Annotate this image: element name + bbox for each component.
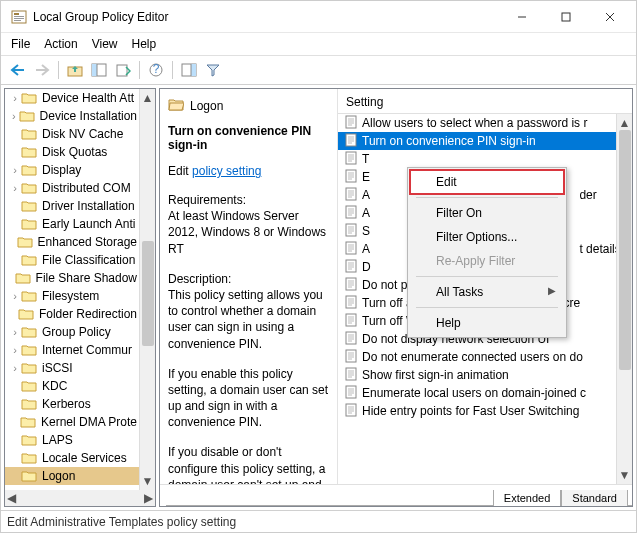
tree-expand-icon[interactable]: ›	[9, 326, 21, 338]
settings-vertical-scrollbar[interactable]: ▲▼	[616, 114, 632, 484]
back-button[interactable]	[7, 59, 29, 81]
description-header: Logon	[190, 99, 223, 113]
folder-icon	[21, 288, 37, 305]
tree-item[interactable]: KDC	[5, 377, 139, 395]
forward-button[interactable]	[31, 59, 53, 81]
context-menu-item[interactable]: Help	[410, 311, 564, 335]
tree-item-label: File Share Shadow	[34, 271, 139, 285]
filter-button[interactable]	[202, 59, 224, 81]
tree-item[interactable]: ›Device Installation	[5, 107, 139, 125]
up-folder-button[interactable]	[64, 59, 86, 81]
tree-item[interactable]: Kerberos	[5, 395, 139, 413]
setting-row[interactable]: Show first sign-in animation	[338, 366, 616, 384]
policy-icon	[344, 313, 362, 330]
policy-setting-link[interactable]: policy setting	[192, 164, 261, 178]
tree-horizontal-scrollbar[interactable]: ◀▶	[5, 490, 155, 506]
minimize-button[interactable]	[500, 2, 544, 32]
tree-item-label: Folder Redirection	[37, 307, 139, 321]
tree-item[interactable]: Logon	[5, 467, 139, 485]
tree[interactable]: ›Device Health Att›Device InstallationDi…	[5, 89, 139, 490]
menu-view[interactable]: View	[92, 37, 118, 51]
tree-expand-icon[interactable]: ›	[9, 344, 21, 356]
svg-rect-59	[346, 260, 356, 272]
tree-expand-icon[interactable]: ›	[9, 290, 21, 302]
folder-icon	[21, 378, 37, 395]
tree-expand-icon[interactable]: ›	[9, 362, 21, 374]
tree-item-label: Locale Services	[40, 451, 129, 465]
tree-item[interactable]: Driver Installation	[5, 197, 139, 215]
description-text: This policy setting allows you to contro…	[168, 287, 329, 352]
tree-item[interactable]: ›Display	[5, 161, 139, 179]
context-menu-separator	[416, 307, 558, 308]
setting-label: Hide entry points for Fast User Switchin…	[362, 404, 579, 418]
menu-action[interactable]: Action	[44, 37, 77, 51]
export-list-button[interactable]	[112, 59, 134, 81]
menu-help[interactable]: Help	[132, 37, 157, 51]
tree-item[interactable]: ›Filesystem	[5, 287, 139, 305]
folder-icon	[21, 324, 37, 341]
tree-expand-icon[interactable]: ›	[9, 110, 19, 122]
svg-rect-24	[346, 134, 356, 146]
setting-row[interactable]: Turn on convenience PIN sign-in	[338, 132, 616, 150]
context-menu-item[interactable]: Filter On	[410, 201, 564, 225]
tree-item[interactable]: Locale Services	[5, 449, 139, 467]
svg-rect-64	[346, 278, 356, 290]
description-pane: Logon Turn on convenience PIN sign-in Ed…	[160, 89, 338, 484]
svg-rect-44	[346, 206, 356, 218]
tree-item[interactable]: LAPS	[5, 431, 139, 449]
tree-item-label: Disk Quotas	[40, 145, 109, 159]
tree-item[interactable]: Early Launch Anti	[5, 215, 139, 233]
tree-expand-icon[interactable]: ›	[9, 92, 21, 104]
tree-item[interactable]: File Classification	[5, 251, 139, 269]
submenu-arrow-icon: ▶	[548, 285, 556, 296]
close-button[interactable]	[588, 2, 632, 32]
svg-rect-2	[14, 16, 24, 17]
tree-vertical-scrollbar[interactable]: ▲▼	[139, 89, 155, 490]
setting-row[interactable]: Allow users to select when a password is…	[338, 114, 616, 132]
tree-item[interactable]: ›iSCSI	[5, 359, 139, 377]
maximize-button[interactable]	[544, 2, 588, 32]
folder-icon	[21, 198, 37, 215]
tree-item[interactable]: Enhanced Storage	[5, 233, 139, 251]
tree-expand-icon[interactable]: ›	[9, 182, 21, 194]
statusbar-text: Edit Administrative Templates policy set…	[7, 515, 236, 529]
setting-row[interactable]: T	[338, 150, 616, 168]
column-header-setting[interactable]: Setting	[338, 89, 632, 114]
tree-expand-icon[interactable]: ›	[9, 164, 21, 176]
svg-rect-6	[562, 13, 570, 21]
show-hide-action-button[interactable]	[178, 59, 200, 81]
tree-item-label: File Classification	[40, 253, 137, 267]
setting-row[interactable]: Enumerate local users on domain-joined c	[338, 384, 616, 402]
titlebar: Local Group Policy Editor	[1, 1, 636, 33]
setting-row[interactable]: Hide entry points for Fast User Switchin…	[338, 402, 616, 420]
tab-extended[interactable]: Extended	[493, 490, 561, 507]
svg-rect-74	[346, 314, 356, 326]
setting-row[interactable]: Do not enumerate connected users on do	[338, 348, 616, 366]
tree-item[interactable]: ›Distributed COM	[5, 179, 139, 197]
tab-standard[interactable]: Standard	[561, 490, 628, 507]
context-menu-item[interactable]: Filter Options...	[410, 225, 564, 249]
help-button[interactable]: ?	[145, 59, 167, 81]
tree-item[interactable]: Kernel DMA Prote	[5, 413, 139, 431]
policy-icon	[344, 367, 362, 384]
context-menu-item[interactable]: Edit	[410, 170, 564, 194]
svg-rect-54	[346, 242, 356, 254]
menu-file[interactable]: File	[11, 37, 30, 51]
policy-icon	[344, 277, 362, 294]
folder-icon	[21, 180, 37, 197]
tree-item[interactable]: File Share Shadow	[5, 269, 139, 287]
tree-item[interactable]: ›Internet Commur	[5, 341, 139, 359]
show-hide-tree-button[interactable]	[88, 59, 110, 81]
tree-item[interactable]: ›Device Health Att	[5, 89, 139, 107]
tree-item[interactable]: Folder Redirection	[5, 305, 139, 323]
policy-icon	[344, 151, 362, 168]
tree-item-label: Enhanced Storage	[36, 235, 139, 249]
folder-icon	[21, 450, 37, 467]
svg-rect-3	[14, 18, 24, 19]
tree-item[interactable]: Disk NV Cache	[5, 125, 139, 143]
context-menu-item[interactable]: All Tasks▶	[410, 280, 564, 304]
folder-open-icon	[168, 97, 184, 114]
tree-item[interactable]: ›Group Policy	[5, 323, 139, 341]
setting-label: Do not enumerate connected users on do	[362, 350, 583, 364]
tree-item[interactable]: Disk Quotas	[5, 143, 139, 161]
